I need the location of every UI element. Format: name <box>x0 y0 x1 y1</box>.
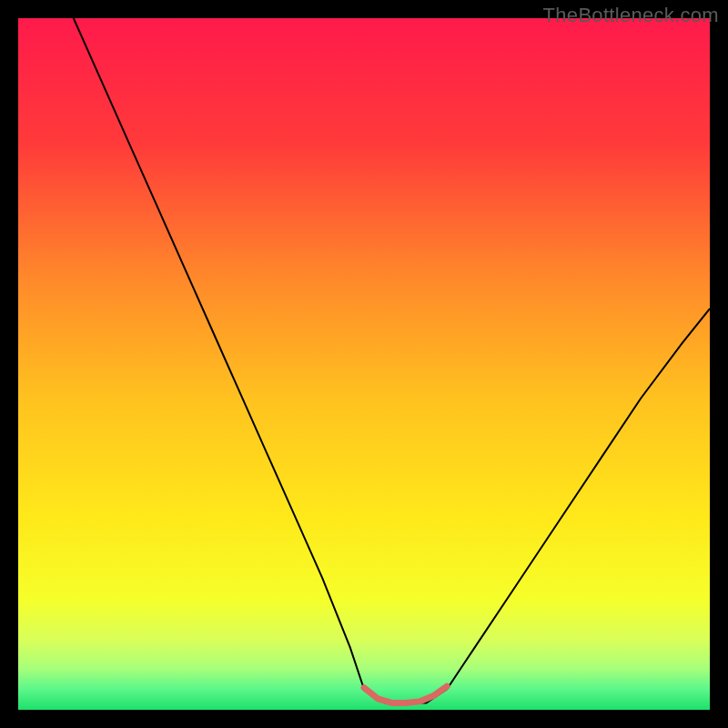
chart-frame: TheBottleneck.com <box>0 0 728 728</box>
watermark-label: TheBottleneck.com <box>543 4 719 27</box>
plot-area <box>18 18 710 710</box>
gradient-background <box>18 18 710 710</box>
bottleneck-chart <box>18 18 710 710</box>
